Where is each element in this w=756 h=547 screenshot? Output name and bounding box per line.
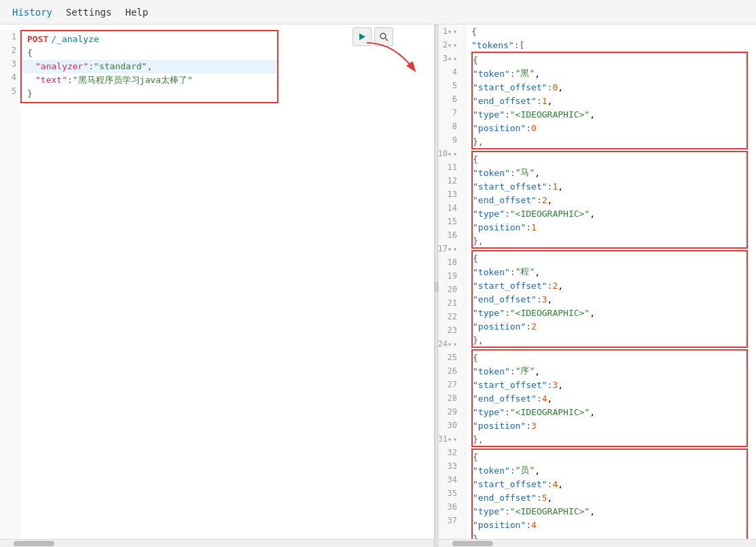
right-code-line-6: "end_offset" : 1, [473, 94, 746, 107]
line-num-5: 5 [0, 84, 16, 98]
right-code-line-9: }, [473, 135, 746, 148]
main-area: 1 2 3 4 5 POST /_analyze { [0, 24, 756, 547]
right-code-line-28: "type" : "<IDEOGRAPHIC>", [473, 405, 746, 419]
right-code-line-30: }, [473, 432, 746, 446]
line-num-3: 3 [0, 57, 16, 71]
right-line-num-15: 15 [439, 215, 461, 228]
right-line-num-8: 8 [439, 120, 461, 133]
right-line-num-18: 18 [439, 255, 461, 269]
right-code-line-17: { [473, 251, 746, 265]
right-line-num-10: 10 ▾ [439, 147, 461, 160]
line-num-4: 4 [0, 71, 16, 84]
right-line-num-23: 23 [439, 323, 461, 337]
code-line-4: "text" : "黑马程序员学习java太棒了" [22, 73, 277, 87]
right-line-num-6: 6 [439, 92, 461, 106]
right-line-numbers: 1 ▾2 ▾3 ▾45678910 ▾11121314151617 ▾18192… [439, 24, 466, 539]
right-line-num-30: 30 [439, 419, 461, 432]
right-code-line-13: "end_offset" : 2, [473, 193, 746, 207]
right-line-num-35: 35 [439, 487, 461, 500]
right-line-num-29: 29 [439, 405, 461, 419]
right-code-line-7: "type" : "<IDEOGRAPHIC>", [473, 107, 746, 121]
right-line-num-2: 2 ▾ [439, 38, 461, 52]
right-line-num-9: 9 [439, 133, 461, 147]
right-line-num-5: 5 [439, 79, 461, 92]
right-code-line-18: "token" : "程", [473, 265, 746, 279]
right-code-line-37: }, [473, 531, 746, 539]
right-line-num-14: 14 [439, 201, 461, 215]
left-line-numbers: 1 2 3 4 5 [0, 30, 20, 539]
right-line-num-20: 20 [439, 283, 461, 296]
right-scrollbar[interactable] [439, 539, 756, 547]
right-code-line-20: "end_offset" : 3, [473, 292, 746, 306]
right-code-line-31: { [473, 450, 746, 463]
right-line-num-37: 37 [439, 514, 461, 527]
right-line-num-33: 33 [439, 459, 461, 473]
right-line-num-17: 17 ▾ [439, 242, 461, 255]
right-code-line-36: "position" : 4 [473, 518, 746, 531]
right-code-line-21: "type" : "<IDEOGRAPHIC>", [473, 306, 746, 319]
menubar: History Settings Help [0, 0, 756, 24]
menu-settings[interactable]: Settings [59, 4, 118, 20]
right-line-num-3: 3 ▾ [439, 52, 461, 65]
right-code-line-4: "token" : "黑", [473, 67, 746, 80]
code-line-2: { [22, 46, 277, 60]
svg-point-1 [380, 33, 386, 39]
right-line-num-13: 13 [439, 188, 461, 201]
right-line-num-27: 27 [439, 378, 461, 391]
right-line-num-12: 12 [439, 174, 461, 188]
right-code-line-29: "position" : 3 [473, 419, 746, 432]
right-line-num-28: 28 [439, 391, 461, 405]
line-num-1: 1 [0, 30, 16, 43]
right-code-line-25: "token" : "序", [473, 364, 746, 378]
right-code-line-16: }, [473, 234, 746, 247]
run-button[interactable] [353, 27, 372, 46]
right-code-line-11: "token" : "马", [473, 166, 746, 179]
right-code-line-8: "position" : 0 [473, 121, 746, 135]
code-line-1: POST /_analyze [22, 33, 277, 46]
right-code-line-27: "end_offset" : 4, [473, 391, 746, 405]
left-panel: 1 2 3 4 5 POST /_analyze { [0, 24, 435, 547]
svg-line-2 [386, 39, 389, 41]
search-button[interactable] [374, 27, 393, 46]
left-scroll-thumb[interactable] [14, 541, 54, 546]
right-code-area: 1 ▾2 ▾3 ▾45678910 ▾11121314151617 ▾18192… [439, 24, 756, 539]
right-code-line-14: "type" : "<IDEOGRAPHIC>", [473, 207, 746, 220]
svg-marker-0 [359, 33, 365, 40]
right-code-line-23: }, [473, 333, 746, 347]
code-line-3: "analyzer" : "standard" , [22, 60, 277, 73]
right-line-num-4: 4 [439, 65, 461, 79]
menu-history[interactable]: History [5, 4, 59, 20]
code-line-5: } [22, 87, 277, 101]
right-panel: 1 ▾2 ▾3 ▾45678910 ▾11121314151617 ▾18192… [439, 24, 756, 547]
right-line-num-22: 22 [439, 310, 461, 323]
right-line-num-25: 25 [439, 351, 461, 364]
right-code-lines: { "tokens" : [ { "token" : "黑", "start_o… [466, 24, 756, 539]
right-code-line-26: "start_offset" : 3, [473, 378, 746, 391]
left-toolbar [353, 27, 393, 46]
right-code-line-24: { [473, 351, 746, 364]
menu-help[interactable]: Help [118, 4, 155, 20]
right-line-num-11: 11 [439, 160, 461, 174]
right-line-num-21: 21 [439, 296, 461, 310]
right-code-line-32: "token" : "员", [473, 463, 746, 477]
right-line-num-32: 32 [439, 446, 461, 459]
left-scrollbar[interactable] [0, 539, 434, 547]
right-code-line-34: "end_offset" : 5, [473, 491, 746, 504]
right-code-line-2: "tokens" : [ [471, 38, 756, 52]
right-line-num-24: 24 ▾ [439, 337, 461, 351]
right-code-line-3: { [473, 53, 746, 67]
right-code-line-12: "start_offset" : 1, [473, 179, 746, 193]
right-scroll-thumb[interactable] [452, 541, 493, 546]
right-code-line-35: "type" : "<IDEOGRAPHIC>", [473, 504, 746, 518]
right-code-line-22: "position" : 2 [473, 319, 746, 333]
right-code-line-33: "start_offset" : 4, [473, 477, 746, 491]
line-num-2: 2 [0, 43, 16, 57]
right-code-line-10: { [473, 152, 746, 166]
right-line-num-34: 34 [439, 473, 461, 487]
right-line-num-1: 1 ▾ [439, 24, 461, 38]
right-code-line-5: "start_offset" : 0, [473, 80, 746, 94]
right-line-num-31: 31 ▾ [439, 432, 461, 446]
right-line-num-19: 19 [439, 269, 461, 283]
right-code-line-19: "start_offset" : 2, [473, 279, 746, 292]
right-line-num-36: 36 [439, 500, 461, 514]
